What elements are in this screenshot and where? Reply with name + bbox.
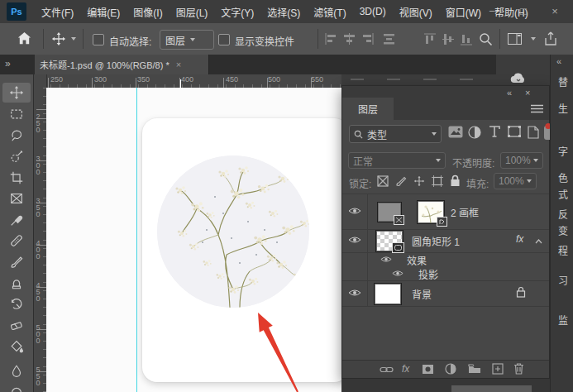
visibility-eye-icon[interactable] <box>348 288 361 299</box>
eyedropper-tool[interactable] <box>2 210 31 230</box>
lasso-tool[interactable] <box>2 125 31 145</box>
dock-tab-label[interactable]: 反 <box>558 207 568 221</box>
frame-tool[interactable] <box>2 189 31 208</box>
pixel-layers-filter-icon[interactable] <box>448 126 463 138</box>
lock-all-icon[interactable] <box>450 174 461 189</box>
distribute-icon[interactable] <box>383 33 395 45</box>
move-options-chevron-icon[interactable] <box>71 37 76 41</box>
dock-tab-label[interactable]: 习 <box>558 273 568 287</box>
panel-close-icon[interactable]: × <box>525 88 530 98</box>
layer-row-rounded-rect[interactable]: 圆角矩形 1 fx <box>342 228 549 253</box>
move-tool-icon[interactable] <box>51 31 66 46</box>
dock-tab-label[interactable]: 生 <box>558 101 568 115</box>
layer-row-frame[interactable]: 2 画框 <box>342 194 549 230</box>
visibility-eye-icon[interactable] <box>380 254 392 265</box>
opacity-dropdown[interactable]: 100% <box>500 152 543 169</box>
align-middle-icon[interactable] <box>442 33 454 45</box>
document-tab[interactable]: 未标题-1.psd @ 100%(RGB/8) * × <box>35 55 209 74</box>
canvas[interactable] <box>46 88 341 392</box>
lock-artboard-icon[interactable] <box>432 175 443 189</box>
add-mask-icon[interactable] <box>422 364 434 377</box>
align-right-icon[interactable] <box>361 33 374 45</box>
dock-tab-label[interactable]: 监 <box>558 313 568 327</box>
zoom-icon[interactable] <box>479 32 493 46</box>
layer-name[interactable]: 2 画框 <box>451 205 479 219</box>
tab-close-icon[interactable]: × <box>176 60 181 69</box>
dock-tab-label[interactable]: 色 <box>558 170 568 184</box>
background-thumbnail[interactable] <box>374 283 402 305</box>
lock-pixels-icon[interactable] <box>395 175 407 189</box>
dock-tab-label[interactable]: 变 <box>558 223 568 237</box>
dock-tab-label[interactable]: 替 <box>558 74 568 88</box>
spot-healing-brush-tool[interactable] <box>2 231 31 251</box>
auto-select-dropdown[interactable]: 图层 <box>160 30 214 50</box>
clone-stamp-tool[interactable] <box>2 273 31 293</box>
type-layers-filter-icon[interactable] <box>489 126 500 137</box>
panel-collapse-icon[interactable]: « <box>507 88 512 98</box>
menu-view[interactable]: 视图(V) <box>393 5 439 19</box>
dodge-tool[interactable] <box>2 381 31 392</box>
dock-tab-label[interactable]: 式 <box>558 187 568 201</box>
auto-select-checkbox[interactable] <box>93 34 104 45</box>
menu-type[interactable]: 文字(Y) <box>214 5 260 19</box>
menu-image[interactable]: 图像(I) <box>127 5 169 19</box>
home-icon[interactable] <box>17 31 32 46</box>
background-lock-icon[interactable] <box>516 286 526 300</box>
dock-collapse-icon[interactable]: « <box>556 56 561 66</box>
layers-tab[interactable]: 图层 <box>342 98 394 120</box>
layer-name[interactable]: 圆角矩形 1 <box>412 234 460 248</box>
collapse-effects-chevron-icon[interactable] <box>535 235 542 246</box>
crop-tool[interactable] <box>2 168 31 188</box>
visibility-eye-icon[interactable] <box>348 206 361 218</box>
menu-edit[interactable]: 编辑(E) <box>80 5 127 19</box>
menu-select[interactable]: 选择(S) <box>260 5 307 19</box>
share-icon[interactable] <box>544 31 557 46</box>
layer-style-fx-icon[interactable]: fx <box>402 363 409 375</box>
drop-shadow-row[interactable]: 投影 <box>342 266 549 281</box>
adjustment-layers-filter-icon[interactable] <box>468 126 481 139</box>
fill-dropdown[interactable]: 100% <box>494 173 537 189</box>
blur-tool[interactable] <box>2 361 31 381</box>
eraser-tool[interactable] <box>2 315 31 335</box>
align-left-icon[interactable] <box>325 33 337 45</box>
new-layer-icon[interactable] <box>492 363 504 377</box>
adjustment-layer-icon[interactable] <box>445 363 456 377</box>
frame-thumbnail[interactable] <box>377 202 402 222</box>
align-top-icon[interactable] <box>424 33 436 45</box>
new-group-icon[interactable] <box>468 364 481 376</box>
lock-position-icon[interactable] <box>413 175 425 189</box>
visibility-eye-icon[interactable] <box>392 268 403 280</box>
show-transform-checkbox[interactable] <box>218 34 230 45</box>
minimize-button[interactable]: − <box>478 0 506 22</box>
smart-object-filter-icon[interactable] <box>528 126 539 139</box>
menu-filter[interactable]: 滤镜(T) <box>307 5 352 19</box>
gradient-tool[interactable] <box>2 337 31 356</box>
fx-badge[interactable]: fx <box>516 233 523 245</box>
dock-tab-label[interactable]: 程 <box>558 243 568 257</box>
history-brush-tool[interactable] <box>2 294 31 314</box>
options-overflow-chevron-icon[interactable] <box>531 37 536 41</box>
effects-row[interactable]: 效果 <box>342 252 549 266</box>
visibility-eye-icon[interactable] <box>348 235 361 246</box>
toolbar-collapse-icon[interactable]: » <box>5 58 9 69</box>
dock-tab-label[interactable]: 字 <box>558 144 568 158</box>
maximize-button[interactable]: □ <box>509 0 537 22</box>
shape-thumbnail[interactable] <box>375 230 403 252</box>
layer-filter-search[interactable]: 类型 <box>349 125 442 143</box>
lock-transparent-icon[interactable] <box>377 175 389 189</box>
menu-3d[interactable]: 3D(D) <box>353 6 393 17</box>
brush-tool[interactable] <box>2 252 31 272</box>
workspace-icon[interactable] <box>508 33 522 45</box>
rectangular-marquee-tool[interactable] <box>2 104 31 124</box>
layer-row-background[interactable]: 背景 <box>342 280 549 307</box>
delete-layer-icon[interactable] <box>513 362 524 377</box>
link-layers-icon[interactable] <box>380 365 394 376</box>
blend-mode-dropdown[interactable]: 正常 <box>348 152 446 169</box>
shape-layers-filter-icon[interactable] <box>508 126 521 137</box>
move-tool[interactable] <box>2 83 31 103</box>
frame-content-thumbnail[interactable] <box>417 200 445 224</box>
align-bottom-icon[interactable] <box>461 33 472 45</box>
menu-file[interactable]: 文件(F) <box>35 5 80 19</box>
cloud-sync-icon[interactable] <box>509 72 528 85</box>
layer-name[interactable]: 背景 <box>412 287 432 301</box>
